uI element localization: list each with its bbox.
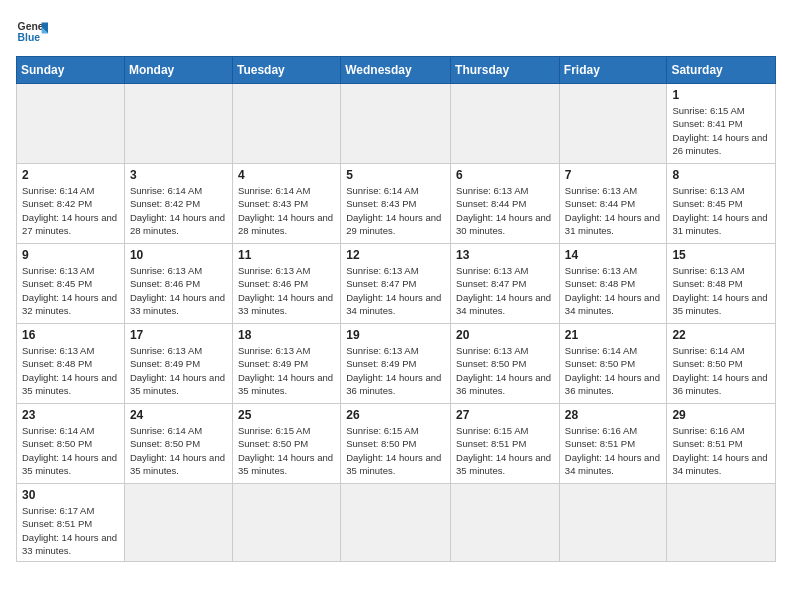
day-number: 10 bbox=[130, 248, 227, 262]
calendar-week-row: 16Sunrise: 6:13 AM Sunset: 8:48 PM Dayli… bbox=[17, 324, 776, 404]
calendar-day-cell: 15Sunrise: 6:13 AM Sunset: 8:48 PM Dayli… bbox=[667, 244, 776, 324]
calendar-day-cell bbox=[559, 484, 667, 562]
calendar-table: SundayMondayTuesdayWednesdayThursdayFrid… bbox=[16, 56, 776, 562]
day-info: Sunrise: 6:15 AM Sunset: 8:50 PM Dayligh… bbox=[346, 424, 445, 477]
day-number: 12 bbox=[346, 248, 445, 262]
day-info: Sunrise: 6:16 AM Sunset: 8:51 PM Dayligh… bbox=[672, 424, 770, 477]
day-number: 15 bbox=[672, 248, 770, 262]
day-number: 27 bbox=[456, 408, 554, 422]
calendar-day-cell bbox=[17, 84, 125, 164]
day-number: 22 bbox=[672, 328, 770, 342]
calendar-day-cell: 1Sunrise: 6:15 AM Sunset: 8:41 PM Daylig… bbox=[667, 84, 776, 164]
calendar-day-cell: 6Sunrise: 6:13 AM Sunset: 8:44 PM Daylig… bbox=[451, 164, 560, 244]
day-info: Sunrise: 6:13 AM Sunset: 8:49 PM Dayligh… bbox=[346, 344, 445, 397]
page-header: General Blue bbox=[16, 16, 776, 48]
day-info: Sunrise: 6:15 AM Sunset: 8:41 PM Dayligh… bbox=[672, 104, 770, 157]
calendar-day-cell: 16Sunrise: 6:13 AM Sunset: 8:48 PM Dayli… bbox=[17, 324, 125, 404]
calendar-day-cell: 28Sunrise: 6:16 AM Sunset: 8:51 PM Dayli… bbox=[559, 404, 667, 484]
calendar-day-cell: 26Sunrise: 6:15 AM Sunset: 8:50 PM Dayli… bbox=[341, 404, 451, 484]
day-number: 5 bbox=[346, 168, 445, 182]
day-number: 8 bbox=[672, 168, 770, 182]
calendar-day-cell: 18Sunrise: 6:13 AM Sunset: 8:49 PM Dayli… bbox=[232, 324, 340, 404]
day-info: Sunrise: 6:14 AM Sunset: 8:43 PM Dayligh… bbox=[346, 184, 445, 237]
calendar-day-cell bbox=[559, 84, 667, 164]
day-info: Sunrise: 6:14 AM Sunset: 8:50 PM Dayligh… bbox=[22, 424, 119, 477]
day-number: 18 bbox=[238, 328, 335, 342]
day-number: 6 bbox=[456, 168, 554, 182]
day-number: 4 bbox=[238, 168, 335, 182]
calendar-week-row: 1Sunrise: 6:15 AM Sunset: 8:41 PM Daylig… bbox=[17, 84, 776, 164]
day-info: Sunrise: 6:13 AM Sunset: 8:44 PM Dayligh… bbox=[565, 184, 662, 237]
day-info: Sunrise: 6:14 AM Sunset: 8:43 PM Dayligh… bbox=[238, 184, 335, 237]
calendar-day-cell bbox=[232, 484, 340, 562]
day-number: 21 bbox=[565, 328, 662, 342]
calendar-day-cell: 4Sunrise: 6:14 AM Sunset: 8:43 PM Daylig… bbox=[232, 164, 340, 244]
day-number: 16 bbox=[22, 328, 119, 342]
calendar-day-cell: 9Sunrise: 6:13 AM Sunset: 8:45 PM Daylig… bbox=[17, 244, 125, 324]
calendar-day-cell: 13Sunrise: 6:13 AM Sunset: 8:47 PM Dayli… bbox=[451, 244, 560, 324]
day-info: Sunrise: 6:14 AM Sunset: 8:50 PM Dayligh… bbox=[565, 344, 662, 397]
calendar-day-cell: 25Sunrise: 6:15 AM Sunset: 8:50 PM Dayli… bbox=[232, 404, 340, 484]
day-info: Sunrise: 6:13 AM Sunset: 8:45 PM Dayligh… bbox=[22, 264, 119, 317]
day-number: 7 bbox=[565, 168, 662, 182]
day-info: Sunrise: 6:15 AM Sunset: 8:51 PM Dayligh… bbox=[456, 424, 554, 477]
day-info: Sunrise: 6:13 AM Sunset: 8:48 PM Dayligh… bbox=[565, 264, 662, 317]
day-info: Sunrise: 6:13 AM Sunset: 8:46 PM Dayligh… bbox=[130, 264, 227, 317]
calendar-day-cell bbox=[124, 484, 232, 562]
day-number: 29 bbox=[672, 408, 770, 422]
weekday-header-cell: Sunday bbox=[17, 57, 125, 84]
calendar-day-cell: 11Sunrise: 6:13 AM Sunset: 8:46 PM Dayli… bbox=[232, 244, 340, 324]
calendar-day-cell: 12Sunrise: 6:13 AM Sunset: 8:47 PM Dayli… bbox=[341, 244, 451, 324]
day-info: Sunrise: 6:13 AM Sunset: 8:45 PM Dayligh… bbox=[672, 184, 770, 237]
day-info: Sunrise: 6:13 AM Sunset: 8:44 PM Dayligh… bbox=[456, 184, 554, 237]
weekday-header-cell: Wednesday bbox=[341, 57, 451, 84]
day-info: Sunrise: 6:13 AM Sunset: 8:48 PM Dayligh… bbox=[672, 264, 770, 317]
calendar-day-cell: 2Sunrise: 6:14 AM Sunset: 8:42 PM Daylig… bbox=[17, 164, 125, 244]
day-number: 2 bbox=[22, 168, 119, 182]
day-number: 3 bbox=[130, 168, 227, 182]
day-info: Sunrise: 6:13 AM Sunset: 8:46 PM Dayligh… bbox=[238, 264, 335, 317]
calendar-day-cell bbox=[341, 484, 451, 562]
day-info: Sunrise: 6:14 AM Sunset: 8:50 PM Dayligh… bbox=[672, 344, 770, 397]
calendar-day-cell: 20Sunrise: 6:13 AM Sunset: 8:50 PM Dayli… bbox=[451, 324, 560, 404]
calendar-day-cell: 21Sunrise: 6:14 AM Sunset: 8:50 PM Dayli… bbox=[559, 324, 667, 404]
day-number: 11 bbox=[238, 248, 335, 262]
calendar-day-cell: 22Sunrise: 6:14 AM Sunset: 8:50 PM Dayli… bbox=[667, 324, 776, 404]
calendar-day-cell bbox=[232, 84, 340, 164]
day-number: 26 bbox=[346, 408, 445, 422]
calendar-week-row: 9Sunrise: 6:13 AM Sunset: 8:45 PM Daylig… bbox=[17, 244, 776, 324]
day-info: Sunrise: 6:13 AM Sunset: 8:49 PM Dayligh… bbox=[238, 344, 335, 397]
day-info: Sunrise: 6:14 AM Sunset: 8:50 PM Dayligh… bbox=[130, 424, 227, 477]
weekday-header-cell: Saturday bbox=[667, 57, 776, 84]
day-number: 23 bbox=[22, 408, 119, 422]
day-number: 9 bbox=[22, 248, 119, 262]
calendar-day-cell: 10Sunrise: 6:13 AM Sunset: 8:46 PM Dayli… bbox=[124, 244, 232, 324]
day-number: 1 bbox=[672, 88, 770, 102]
day-number: 14 bbox=[565, 248, 662, 262]
day-info: Sunrise: 6:15 AM Sunset: 8:50 PM Dayligh… bbox=[238, 424, 335, 477]
calendar-week-row: 30Sunrise: 6:17 AM Sunset: 8:51 PM Dayli… bbox=[17, 484, 776, 562]
day-info: Sunrise: 6:14 AM Sunset: 8:42 PM Dayligh… bbox=[130, 184, 227, 237]
day-info: Sunrise: 6:14 AM Sunset: 8:42 PM Dayligh… bbox=[22, 184, 119, 237]
calendar-day-cell: 3Sunrise: 6:14 AM Sunset: 8:42 PM Daylig… bbox=[124, 164, 232, 244]
day-info: Sunrise: 6:16 AM Sunset: 8:51 PM Dayligh… bbox=[565, 424, 662, 477]
calendar-week-row: 23Sunrise: 6:14 AM Sunset: 8:50 PM Dayli… bbox=[17, 404, 776, 484]
day-info: Sunrise: 6:13 AM Sunset: 8:48 PM Dayligh… bbox=[22, 344, 119, 397]
weekday-header-row: SundayMondayTuesdayWednesdayThursdayFrid… bbox=[17, 57, 776, 84]
day-info: Sunrise: 6:13 AM Sunset: 8:49 PM Dayligh… bbox=[130, 344, 227, 397]
day-number: 28 bbox=[565, 408, 662, 422]
day-number: 20 bbox=[456, 328, 554, 342]
calendar-day-cell bbox=[451, 84, 560, 164]
day-number: 25 bbox=[238, 408, 335, 422]
day-number: 24 bbox=[130, 408, 227, 422]
calendar-body: 1Sunrise: 6:15 AM Sunset: 8:41 PM Daylig… bbox=[17, 84, 776, 562]
calendar-day-cell: 30Sunrise: 6:17 AM Sunset: 8:51 PM Dayli… bbox=[17, 484, 125, 562]
day-number: 13 bbox=[456, 248, 554, 262]
calendar-day-cell: 23Sunrise: 6:14 AM Sunset: 8:50 PM Dayli… bbox=[17, 404, 125, 484]
calendar-day-cell: 8Sunrise: 6:13 AM Sunset: 8:45 PM Daylig… bbox=[667, 164, 776, 244]
day-info: Sunrise: 6:17 AM Sunset: 8:51 PM Dayligh… bbox=[22, 504, 119, 557]
calendar-day-cell: 5Sunrise: 6:14 AM Sunset: 8:43 PM Daylig… bbox=[341, 164, 451, 244]
svg-text:Blue: Blue bbox=[18, 32, 41, 43]
calendar-day-cell bbox=[667, 484, 776, 562]
calendar-day-cell bbox=[451, 484, 560, 562]
